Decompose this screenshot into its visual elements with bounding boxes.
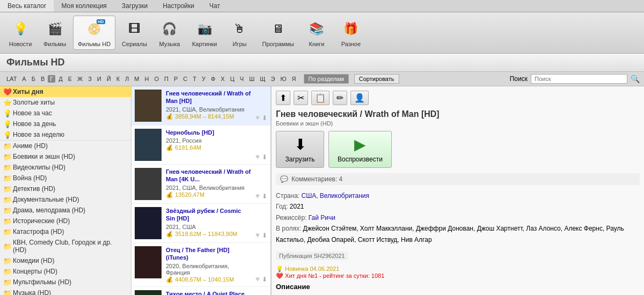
alpha-h[interactable]: Х [218, 75, 226, 83]
toolbar-films-hd[interactable]: 📀 HD Фильмы HD [73, 16, 115, 50]
list-item[interactable]: Тихое место / A Quiet Place [HD] [лицен.… [131, 287, 270, 295]
sidebar-item-new-day[interactable]: 💡 Новое за день [0, 119, 131, 129]
alpha-ch[interactable]: Ч [238, 75, 246, 83]
toolbar-serials[interactable]: 🎞 Сериалы [118, 16, 151, 49]
bulb-icon-3: 💡 [3, 131, 12, 139]
country-link[interactable]: США, Великобритания [301, 192, 369, 200]
alpha-f[interactable]: Ф [209, 75, 217, 83]
toolbar-programs[interactable]: 🖥 Программы [258, 16, 298, 49]
alpha-eh[interactable]: Э [269, 75, 277, 83]
download-icon-3[interactable]: ⬇ [262, 193, 267, 200]
page-title-bar: Фильмы HD [0, 54, 644, 72]
alpha-t[interactable]: Т [191, 75, 199, 83]
nav-settings[interactable]: Настройки [155, 0, 202, 12]
alpha-b[interactable]: Б [30, 75, 38, 83]
detail-toolbar-btn-4[interactable]: ✏ [333, 91, 347, 105]
alpha-lat[interactable]: LAT [4, 75, 19, 83]
alpha-sh[interactable]: Ш [247, 75, 257, 83]
content-info-4: Звёздный рубеж / Cosmic Sin [HD] 2021, С… [166, 207, 251, 239]
toolbar-music[interactable]: 🎧 Музыка [153, 16, 186, 49]
alpha-o[interactable]: О [152, 75, 161, 83]
sidebar-item-hits[interactable]: ❤️ Хиты дня [0, 86, 131, 97]
alpha-ya[interactable]: Я [290, 75, 298, 83]
alpha-r[interactable]: Р [172, 75, 180, 83]
alpha-ts[interactable]: Ц [228, 75, 237, 83]
thumbnail-1 [135, 90, 162, 122]
sort-by-section-btn[interactable]: По разделам [304, 74, 349, 84]
detail-toolbar-btn-1[interactable]: ⬆ [276, 91, 290, 105]
list-item[interactable]: Чернобыль [HD] 2021, Россия 💰 6191,64М ♥… [131, 126, 270, 165]
download-icon-1[interactable]: ⬇ [262, 114, 267, 122]
alpha-s[interactable]: С [181, 75, 189, 83]
alpha-zh[interactable]: Ж [75, 75, 85, 83]
nav-chat[interactable]: Чат [202, 0, 228, 12]
download-icon-4[interactable]: ⬇ [262, 232, 267, 239]
list-item[interactable]: Звёздный рубеж / Cosmic Sin [HD] 2021, С… [131, 204, 270, 243]
sidebar-item-concerts[interactable]: 📁 Концерты (HD) [0, 266, 131, 277]
content-year-1: 2021, США, Великобритания [166, 106, 251, 113]
toolbar-music-label: Музыка [159, 41, 180, 47]
favorite-icon-1[interactable]: ♥ [255, 113, 260, 122]
list-item[interactable]: Отец / The Father [HD] (iTunes) 2020, Ве… [131, 243, 270, 287]
sort-btn[interactable]: Сортировать [354, 74, 399, 84]
favorite-icon-3[interactable]: ♥ [255, 191, 260, 200]
sidebar-item-action[interactable]: 📁 Боевики и экшн (HD) [0, 151, 131, 162]
sidebar-item-new-hour[interactable]: 💡 Новое за час [0, 108, 131, 119]
thumbnail-3 [135, 168, 162, 200]
sidebar-item-catastrophe[interactable]: 📁 Катастрофа (HD) [0, 226, 131, 237]
sidebar-item-golden[interactable]: ⭐ Золотые хиты [0, 97, 131, 108]
list-item[interactable]: Гнев человеческий / Wrath of Man [HD] 20… [131, 86, 270, 126]
alpha-n[interactable]: Н [142, 75, 151, 83]
alpha-yi[interactable]: Й [105, 75, 113, 83]
nav-collection[interactable]: Моя коллекция [54, 0, 114, 12]
alpha-z[interactable]: З [86, 75, 94, 83]
alpha-k[interactable]: К [114, 75, 122, 83]
toolbar-games[interactable]: 🖱 Игры [223, 16, 255, 49]
alpha-v[interactable]: В [39, 75, 47, 83]
search-button[interactable]: 🔍 [631, 75, 640, 83]
detail-toolbar-btn-5[interactable]: 👤 [350, 91, 369, 105]
nav-downloads[interactable]: Загрузки [114, 0, 155, 12]
alpha-yu[interactable]: Ю [278, 75, 288, 83]
sidebar-item-music-hd[interactable]: 📁 Музыка (HD) [0, 287, 131, 295]
director-link[interactable]: Гай Ричи [309, 214, 335, 222]
sidebar-item-cartoons[interactable]: 📁 Мультфильмы (HD) [0, 277, 131, 287]
list-item[interactable]: Гнев человеческий / Wrath of Man [4K U..… [131, 165, 270, 204]
sidebar-item-drama[interactable]: 📁 Драма, мелодрама (HD) [0, 205, 131, 216]
alpha-d[interactable]: Д [56, 75, 64, 83]
favorite-icon-2[interactable]: ♥ [255, 152, 260, 161]
toolbar-pictures[interactable]: 📷 Картинки [188, 16, 222, 49]
sidebar-item-anime[interactable]: 📁 Аниме (HD) [0, 141, 131, 151]
search-input[interactable] [531, 74, 627, 84]
alpha-u[interactable]: У [200, 75, 208, 83]
toolbar-news[interactable]: 💡 Новости [4, 16, 36, 49]
favorite-icon-4[interactable]: ♥ [255, 231, 260, 239]
toolbar-books[interactable]: 📚 Книги [301, 16, 333, 49]
alpha-m[interactable]: М [132, 75, 141, 83]
favorite-icon-5[interactable]: ♥ [255, 275, 260, 283]
download-icon-2[interactable]: ⬇ [262, 153, 267, 161]
sidebar-item-videoclips[interactable]: 📁 Видеоклипы (HD) [0, 162, 131, 173]
sidebar-item-war[interactable]: 📁 Война (HD) [0, 173, 131, 183]
detail-toolbar-btn-3[interactable]: 📋 [311, 91, 330, 105]
alpha-p[interactable]: П [162, 75, 171, 83]
detail-toolbar-btn-2[interactable]: ✂ [294, 91, 308, 105]
sidebar-item-new-week[interactable]: 💡 Новое за неделю [0, 129, 131, 140]
toolbar-misc[interactable]: 🎁 Разное [335, 16, 367, 49]
sidebar-item-historical[interactable]: 📁 Исторические (HD) [0, 216, 131, 226]
alpha-e[interactable]: Е [66, 75, 74, 83]
toolbar-films[interactable]: 🎬 Фильмы [39, 16, 71, 49]
nav-catalog[interactable]: Весь каталог [0, 0, 54, 12]
play-button[interactable]: ▶ Воспроизвести [328, 131, 392, 168]
download-icon-5[interactable]: ⬇ [262, 276, 267, 283]
alpha-shch[interactable]: Щ [258, 75, 267, 83]
alpha-g[interactable]: Г [48, 75, 55, 83]
sidebar-item-documentary[interactable]: 📁 Документальные (HD) [0, 194, 131, 205]
sidebar-item-kvn[interactable]: 📁 КВН, Comedy Club, Городок и др. (HD) [0, 237, 131, 255]
sidebar-item-comedy[interactable]: 📁 Комедии (HD) [0, 255, 131, 266]
alpha-l[interactable]: Л [123, 75, 131, 83]
download-button[interactable]: ⬇ Загрузить [276, 131, 324, 168]
sidebar-item-detective[interactable]: 📁 Детектив (HD) [0, 183, 131, 194]
alpha-i[interactable]: И [95, 75, 104, 83]
alpha-a[interactable]: А [20, 75, 28, 83]
